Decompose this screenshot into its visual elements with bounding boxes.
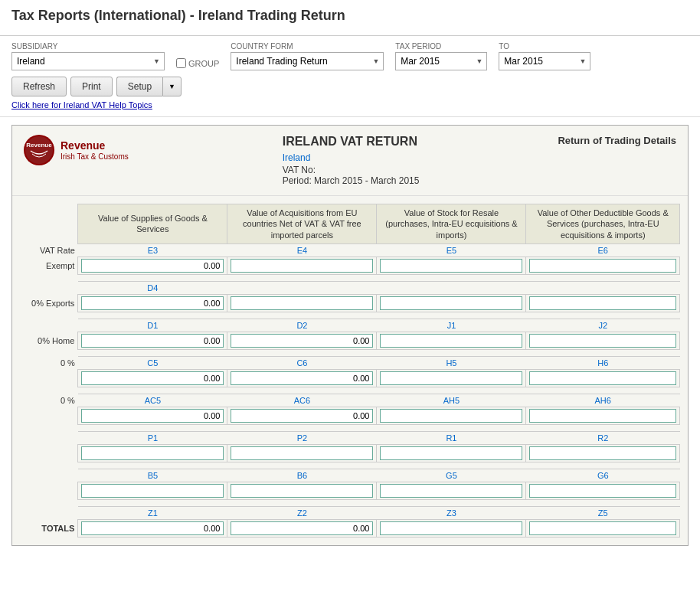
cell-col3	[377, 257, 526, 274]
code-e5: H5	[377, 356, 526, 369]
cell-col2	[227, 294, 377, 312]
spacer-row	[20, 462, 680, 469]
cell-col3	[377, 332, 526, 349]
code-e3: AC5	[78, 394, 227, 407]
input-col1[interactable]	[81, 484, 224, 498]
refresh-button[interactable]: Refresh	[11, 77, 67, 96]
input-col2[interactable]	[231, 521, 373, 535]
cell-col3	[377, 444, 526, 462]
input-col4[interactable]	[529, 409, 676, 423]
col2-header: Value of Acquisitions from EU countries …	[227, 204, 377, 244]
input-col1[interactable]	[81, 259, 224, 273]
logo-text: Revenue	[61, 139, 129, 152]
setup-button-group: Setup ▼	[116, 77, 182, 96]
input-col2[interactable]	[231, 296, 373, 310]
code-row: 0 % AC5 AC6 AH5 AH6	[20, 394, 680, 407]
input-col3[interactable]	[380, 484, 522, 498]
code-e4: C6	[227, 356, 377, 369]
input-col4[interactable]	[529, 521, 676, 535]
code-e4: E4	[227, 243, 377, 257]
input-col3[interactable]	[380, 371, 522, 385]
svg-text:Revenue: Revenue	[26, 142, 52, 149]
code-row: VAT Rate E3 E4 E5 E6	[20, 243, 680, 257]
code-e5: G5	[377, 469, 526, 482]
table-row: 0% Exports	[20, 294, 680, 312]
input-col2[interactable]	[231, 334, 373, 348]
input-col4[interactable]	[529, 334, 676, 348]
table-row: Exempt	[20, 257, 680, 274]
input-col2[interactable]	[231, 409, 373, 423]
input-col1[interactable]	[81, 521, 224, 535]
col1-header: Value of Supplies of Goods & Services	[78, 204, 227, 244]
input-col3[interactable]	[380, 259, 522, 273]
to-label: TO	[499, 42, 590, 51]
code-e6: H6	[526, 356, 680, 369]
subsidiary-select[interactable]: Ireland	[11, 52, 165, 70]
cell-col1	[78, 482, 227, 499]
header-empty	[20, 204, 78, 244]
row-label: 0% Home	[20, 332, 78, 349]
col4-header: Value of Other Deductible Goods & Servic…	[526, 204, 680, 244]
logo-subtext: Irish Tax & Customs	[61, 152, 129, 161]
input-col2[interactable]	[231, 259, 373, 273]
table-header-row: Value of Supplies of Goods & Services Va…	[20, 204, 680, 244]
return-of-trading-title: Return of Trading Details	[558, 135, 676, 146]
input-col3[interactable]	[380, 521, 522, 535]
input-col1[interactable]	[81, 371, 224, 385]
input-col1[interactable]	[81, 334, 224, 348]
code-e4	[227, 281, 377, 294]
row-label: Exempt	[20, 257, 78, 274]
input-col2[interactable]	[231, 484, 373, 498]
input-col3[interactable]	[380, 409, 522, 423]
code-e6	[526, 281, 680, 294]
input-col4[interactable]	[529, 446, 676, 460]
report-title-section: IRELAND VAT RETURN Ireland VAT No: Perio…	[267, 135, 420, 186]
setup-button[interactable]: Setup	[116, 77, 162, 96]
print-button[interactable]: Print	[70, 77, 113, 96]
cell-col2	[227, 444, 377, 462]
cell-col4	[526, 407, 680, 424]
side-label	[20, 469, 78, 482]
cell-col1	[78, 444, 227, 462]
code-e3: D4	[78, 281, 227, 294]
input-col3[interactable]	[380, 334, 522, 348]
cell-col1	[78, 332, 227, 349]
tax-period-label: TAX PERIOD	[395, 42, 487, 51]
code-e6: J2	[526, 319, 680, 332]
code-row: D4	[20, 281, 680, 294]
input-col4[interactable]	[529, 259, 676, 273]
input-col1[interactable]	[81, 409, 224, 423]
row-label: 0% Exports	[20, 294, 78, 312]
code-row: 0 % C5 C6 H5 H6	[20, 356, 680, 369]
group-checkbox[interactable]	[176, 58, 186, 68]
tax-period-select[interactable]: Mar 2015	[395, 52, 487, 70]
code-row: D1 D2 J1 J2	[20, 319, 680, 332]
input-col3[interactable]	[380, 296, 522, 310]
cell-col4	[526, 482, 680, 499]
cell-col4	[526, 257, 680, 274]
input-col2[interactable]	[231, 446, 373, 460]
cell-col2	[227, 407, 377, 424]
input-col2[interactable]	[231, 371, 373, 385]
input-col3[interactable]	[380, 446, 522, 460]
row-label: TOTALS	[20, 519, 78, 537]
code-e5: R1	[377, 431, 526, 444]
help-link[interactable]: Click here for Ireland VAT Help Topics	[11, 100, 152, 109]
input-col4[interactable]	[529, 371, 676, 385]
input-col1[interactable]	[81, 446, 224, 460]
cell-col3	[377, 519, 526, 537]
country-form-select[interactable]: Ireland Trading Return	[231, 52, 384, 70]
table-row	[20, 369, 680, 387]
code-e5: Z3	[377, 506, 526, 519]
input-col4[interactable]	[529, 296, 676, 310]
side-label	[20, 281, 78, 294]
table-row	[20, 407, 680, 424]
input-col1[interactable]	[81, 296, 224, 310]
setup-dropdown-arrow[interactable]: ▼	[162, 77, 182, 96]
code-e6: Z5	[526, 506, 680, 519]
to-select[interactable]: Mar 2015	[499, 52, 590, 70]
cell-col3	[377, 407, 526, 424]
row-label	[20, 482, 78, 499]
input-col4[interactable]	[529, 484, 676, 498]
revenue-logo: Revenue Revenue Irish Tax & Customs	[24, 135, 129, 165]
